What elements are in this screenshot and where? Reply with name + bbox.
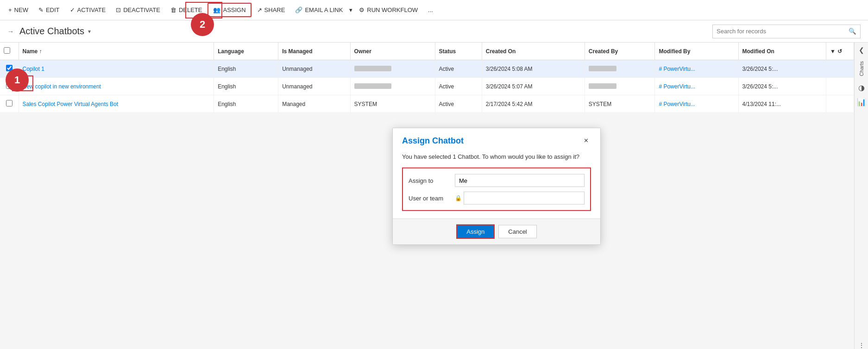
table-wrapper: Name ↑ Language Is Managed Owner Status …	[0, 43, 854, 113]
row-modified-by[interactable]: # PowerVirtu...	[655, 60, 738, 78]
chevron-down-icon[interactable]: ▾	[88, 28, 91, 35]
more-button[interactable]: ...	[423, 4, 438, 16]
more-sidebar-icon[interactable]: ⋮	[858, 342, 865, 349]
row-status: Active	[435, 60, 482, 78]
modal-body: You have selected 1 Chatbot. To whom wou…	[393, 150, 600, 218]
bar-chart-icon[interactable]: 📊	[857, 98, 866, 106]
lock-icon: 🔒	[455, 195, 462, 201]
link-icon: 🔗	[295, 6, 302, 13]
col-is-managed[interactable]: Is Managed	[278, 43, 350, 60]
row-created-by	[585, 60, 655, 78]
edit-icon: ✎	[38, 6, 44, 13]
row-status: Active	[435, 78, 482, 95]
assign-confirm-button[interactable]: Assign	[456, 224, 495, 239]
cancel-button[interactable]: Cancel	[498, 225, 536, 238]
annotation-2: 2	[191, 13, 214, 36]
subheader-left: → Active Chatbots ▾	[7, 26, 91, 37]
charts-label[interactable]: Charts	[858, 59, 865, 78]
row-language: English	[214, 78, 278, 95]
row-status: Active	[435, 95, 482, 113]
subheader: → Active Chatbots ▾ 🔍	[0, 20, 868, 43]
activate-icon: ✓	[70, 6, 75, 13]
col-modified-on[interactable]: Modified On	[738, 43, 826, 60]
toolbar: + NEW ✎ EDIT ✓ ACTIVATE ⊡ DEACTIVATE 🗑 D…	[0, 0, 868, 20]
select-all-checkbox[interactable]	[4, 47, 10, 54]
modal-title: Assign Chatbot	[402, 136, 464, 145]
col-status[interactable]: Status	[435, 43, 482, 60]
collapse-icon[interactable]: ❮	[859, 46, 864, 54]
row-owner	[350, 60, 435, 78]
row-created-on: 3/26/2024 5:08 AM	[482, 60, 585, 78]
col-owner[interactable]: Owner	[350, 43, 435, 60]
table-header-row: Name ↑ Language Is Managed Owner Status …	[0, 43, 854, 60]
row-name[interactable]: Copilot 1	[19, 60, 214, 78]
row-is-managed: Unmanaged	[278, 78, 350, 95]
user-or-team-input[interactable]	[464, 192, 585, 205]
user-or-team-row: User or team 🔒	[409, 192, 585, 205]
annotation-1: 1	[6, 69, 29, 92]
row-modified-by[interactable]: # PowerVirtu...	[655, 78, 738, 95]
assign-icon: 👥	[213, 6, 220, 13]
run-workflow-button[interactable]: ⚙ RUN WORKFLOW	[354, 4, 422, 16]
deactivate-button[interactable]: ⊡ DEACTIVATE	[111, 4, 165, 16]
modal-header: Assign Chatbot ×	[393, 128, 600, 150]
table-row: Sales Copilot Power Virtual Agents Bot E…	[0, 95, 854, 113]
row-checkbox[interactable]	[6, 100, 13, 106]
dropdown-arrow[interactable]: ▾	[348, 6, 353, 13]
search-box: 🔍	[712, 25, 861, 38]
row-created-by	[585, 78, 655, 95]
search-icon: 🔍	[849, 28, 856, 35]
row-language: English	[214, 60, 278, 78]
modal-close-button[interactable]: ×	[581, 136, 591, 146]
modal-form: Assign to User or team 🔒	[402, 168, 591, 211]
delete-icon: 🗑	[170, 6, 176, 13]
row-name[interactable]: New copilot in new environment	[19, 78, 214, 95]
activate-button[interactable]: ✓ ACTIVATE	[65, 4, 111, 16]
row-checkbox-cell[interactable]	[0, 95, 19, 113]
refresh-icon[interactable]: ↺	[837, 48, 842, 55]
edit-button[interactable]: ✎ EDIT	[34, 4, 64, 16]
assign-to-label: Assign to	[409, 177, 455, 184]
filter-icon[interactable]: ▼	[830, 48, 836, 55]
col-modified-by[interactable]: Modified By	[655, 43, 738, 60]
row-created-on: 2/17/2024 5:42 AM	[482, 95, 585, 113]
select-all-header[interactable]	[0, 43, 19, 60]
row-owner: SYSTEM	[350, 95, 435, 113]
row-modified-on: 3/26/2024 5:...	[738, 60, 826, 78]
col-filter-actions: ▼ ↺	[826, 43, 854, 60]
row-modified-on: 3/26/2024 5:...	[738, 78, 826, 95]
back-arrow-icon: →	[7, 28, 14, 35]
row-is-managed: Unmanaged	[278, 60, 350, 78]
new-button[interactable]: + NEW	[4, 4, 33, 16]
pie-chart-icon[interactable]: ◑	[858, 83, 865, 92]
assign-button[interactable]: 👥 ASSIGN	[208, 3, 251, 17]
new-icon: +	[8, 6, 12, 13]
row-modified-by[interactable]: # PowerVirtu...	[655, 95, 738, 113]
col-name[interactable]: Name ↑	[19, 43, 214, 60]
right-sidebar: ❮ Charts ◑ 📊 ⋮	[854, 43, 868, 349]
row-created-on: 3/26/2024 5:07 AM	[482, 78, 585, 95]
search-icon-button[interactable]: 🔍	[845, 26, 860, 37]
modal-footer: 4 Assign Cancel	[393, 218, 600, 244]
col-language[interactable]: Language	[214, 43, 278, 60]
col-created-on[interactable]: Created On	[482, 43, 585, 60]
deactivate-icon: ⊡	[116, 6, 121, 13]
modal-description: You have selected 1 Chatbot. To whom wou…	[402, 153, 591, 160]
row-language: English	[214, 95, 278, 113]
search-input[interactable]	[713, 26, 845, 37]
assign-to-input[interactable]	[455, 174, 585, 187]
row-owner	[350, 78, 435, 95]
row-modified-on: 4/13/2024 11:...	[738, 95, 826, 113]
table-row: Copilot 1 English Unmanaged Active 3/26/…	[0, 60, 854, 78]
row-name[interactable]: Sales Copilot Power Virtual Agents Bot	[19, 95, 214, 113]
page-title: Active Chatbots	[19, 26, 84, 37]
col-created-by[interactable]: Created By	[585, 43, 655, 60]
page-wrapper: 2 1 + NEW ✎ EDIT ✓ ACTIVATE ⊡ DEACTIVATE…	[0, 0, 868, 349]
workflow-icon: ⚙	[359, 6, 365, 13]
user-or-team-label: User or team	[409, 194, 455, 201]
data-table: Name ↑ Language Is Managed Owner Status …	[0, 43, 854, 113]
row-created-by: SYSTEM	[585, 95, 655, 113]
share-button[interactable]: ↗ SHARE	[252, 4, 290, 16]
row-is-managed: Managed	[278, 95, 350, 113]
email-link-button[interactable]: 🔗 EMAIL A LINK	[290, 4, 347, 16]
